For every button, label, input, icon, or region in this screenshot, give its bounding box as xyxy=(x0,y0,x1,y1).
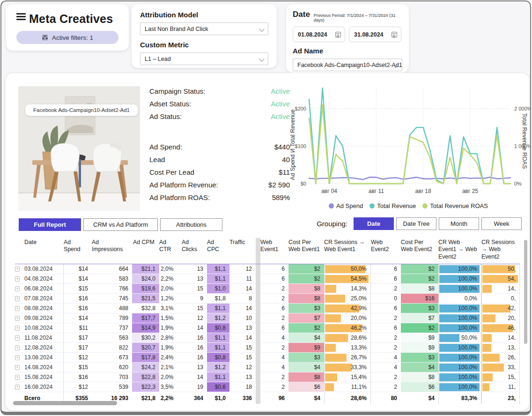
expand-row-button[interactable]: + xyxy=(15,267,20,272)
expand-row-button[interactable]: + xyxy=(15,335,20,341)
impressions-cell: 745 xyxy=(92,294,132,304)
cr-sessions-we1-cell: 33,3% xyxy=(324,363,371,372)
cr-value: 33,3% xyxy=(351,364,367,371)
web-event1-cell: 96 xyxy=(260,392,288,404)
custom-metric-select[interactable]: L1 – Lead xyxy=(140,52,268,65)
column-header: Cost Per Web Event2 xyxy=(401,238,438,264)
expand-row-button[interactable]: + xyxy=(15,326,20,331)
traffic-cell: 15 xyxy=(229,353,256,363)
attribution-model-label: Attribution Model xyxy=(140,11,268,19)
date-cell: 14.08.2024 xyxy=(23,363,64,372)
status-label: Adset Status: xyxy=(149,100,191,112)
svg-text:авг 18: авг 18 xyxy=(415,188,431,194)
cost-web-event1-cell: $2 xyxy=(288,274,324,284)
clicks-cell: 15 xyxy=(182,284,207,294)
expand-row-button[interactable]: + xyxy=(15,296,20,301)
grouping-date[interactable]: Date xyxy=(354,217,394,230)
impressions-cell: 583 xyxy=(92,274,132,284)
cr-value: 26, xyxy=(508,354,516,361)
legend-item: Total Revenue xyxy=(369,202,416,209)
chart-legend: Ad SpendTotal RevenueTotal Revenue ROAS xyxy=(287,202,530,209)
date-to-input[interactable]: 31.08.2024 xyxy=(349,27,401,42)
svg-text:авг 11: авг 11 xyxy=(369,188,384,194)
cpm-cell: $21,5 xyxy=(132,294,159,304)
row-cell: + xyxy=(15,343,23,353)
horizontal-scrollbar[interactable] xyxy=(13,401,117,405)
cost-web-event1-cell: $2 xyxy=(288,323,324,333)
calendar-icon[interactable] xyxy=(392,32,397,37)
legend-label: Total Revenue ROAS xyxy=(430,202,488,209)
metric-row: Ad Platform Revenue:$2 590 xyxy=(149,181,290,193)
hamburger-menu-icon[interactable] xyxy=(16,12,26,22)
orange-bar xyxy=(325,314,341,322)
calendar-icon[interactable] xyxy=(335,32,341,37)
cost-web-event1-cell: $8 xyxy=(288,294,324,304)
grouping-date-tree[interactable]: Date Tree xyxy=(396,217,436,230)
ad-spend-cell: $16 xyxy=(64,372,92,382)
cpc-cell: $1,0 xyxy=(207,392,229,404)
grouping-month[interactable]: Month xyxy=(439,217,479,230)
cost-web-event1-cell: $8 xyxy=(288,284,324,294)
expand-row-button[interactable]: + xyxy=(15,385,20,390)
row-cell: + xyxy=(15,304,23,313)
date-cell: 10.08.2024 xyxy=(23,323,64,333)
cpm-cell: $17,7 xyxy=(132,313,159,323)
ad-name-select[interactable]: Facebook Ads-Campaign10-Adset2-Ad1 xyxy=(293,59,402,71)
cr-we1-we2-cell: 100,0% xyxy=(438,363,481,372)
column-header: Ad CPC xyxy=(207,238,229,264)
cr-we1-we2-cell: 0,0% xyxy=(438,294,481,304)
cpc-cell: $1,1 xyxy=(207,333,229,343)
cost-web-event2-cell: $2 xyxy=(401,274,438,284)
ad-spend-cell: $17 xyxy=(64,333,92,343)
cpm-cell: $30,2 xyxy=(132,333,159,343)
expand-row-button[interactable]: + xyxy=(15,365,20,370)
ctr-cell: 2,2% xyxy=(159,392,182,404)
cr-sessions-we2-cell: 14, xyxy=(481,333,520,343)
clicks-cell: 16 xyxy=(182,343,207,353)
expand-row-button[interactable]: + xyxy=(15,316,20,321)
date-cell: 07.08.2024 xyxy=(23,294,64,304)
cost-web-event1-cell: $8 xyxy=(288,372,324,382)
cr-value: 26,7% xyxy=(351,354,367,361)
cost-web-event2-cell: $3 xyxy=(401,304,438,313)
attribution-model-select[interactable]: Last Non Brand Ad Click xyxy=(140,22,268,35)
expand-row-button[interactable]: + xyxy=(15,306,20,311)
expand-row-button[interactable]: + xyxy=(15,286,20,291)
app-window: Meta Creatives Active filters: 1 Attribu… xyxy=(0,0,531,415)
cpm-cell: $21,8 xyxy=(132,392,159,404)
orange-bar xyxy=(482,373,493,381)
expand-row-button[interactable]: + xyxy=(15,375,20,380)
cost-web-event2-cell: $7 xyxy=(401,313,438,323)
ad-name-badge: Facebook Ads-Campaign10-Adset2-Ad1 xyxy=(25,104,138,116)
cost-web-event1-cell: $3 xyxy=(288,353,324,363)
metric-label: Ad Spend: xyxy=(149,143,182,156)
legend-dot xyxy=(369,203,375,208)
cpc-cell: $0,8 xyxy=(207,353,229,363)
grouping-week[interactable]: Week xyxy=(481,217,522,230)
cr-value: 28,6% xyxy=(351,334,367,341)
date-cell: 13.08.2024 xyxy=(23,353,64,363)
date-cell: 04.08.2024 xyxy=(23,274,64,284)
web-event2-cell: 6 xyxy=(371,323,401,333)
cr-sessions-we2-cell: 46, xyxy=(481,323,520,333)
web-event1-cell: 2 xyxy=(260,294,288,304)
cr-value: 0, xyxy=(511,295,516,302)
expand-row-button[interactable]: + xyxy=(15,276,20,282)
orange-bar xyxy=(482,354,500,362)
date-from-input[interactable]: 01.08.2024 xyxy=(293,27,345,42)
svg-text:$100: $100 xyxy=(295,143,306,149)
active-filters-chip[interactable]: Active filters: 1 xyxy=(16,31,118,44)
orange-bar xyxy=(325,354,347,362)
tab-crm-vs-ad-platform[interactable]: CRM vs Ad Platform xyxy=(83,218,158,231)
traffic-cell: 12 xyxy=(229,363,256,372)
svg-text:$0: $0 xyxy=(301,181,306,186)
vertical-scrollbar[interactable] xyxy=(524,240,527,344)
expand-row-button[interactable]: + xyxy=(15,345,20,350)
ad-spend-cell: $15 xyxy=(64,363,92,372)
cr-value: 42,9% xyxy=(351,305,367,312)
expand-row-button[interactable]: + xyxy=(15,355,20,360)
tab-full-report[interactable]: Full Report xyxy=(19,218,81,231)
traffic-cell: 11 xyxy=(229,274,256,284)
tab-attributions[interactable]: Attributions xyxy=(160,218,222,231)
cost-web-event1-cell: $6 xyxy=(288,382,324,392)
